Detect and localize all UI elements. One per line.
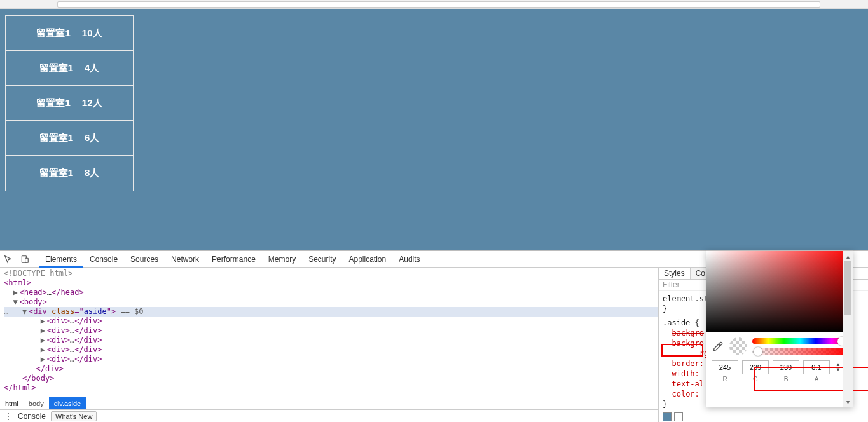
selected-marker: == $0 <box>116 307 143 316</box>
tab-network[interactable]: Network <box>165 251 205 267</box>
tab-application[interactable]: Application <box>343 251 393 267</box>
dom-attr: class <box>52 307 74 316</box>
crumb-label: div.aside <box>54 400 81 407</box>
tab-label: Co <box>696 269 705 278</box>
css-prop[interactable]: color: <box>672 390 699 398</box>
aside-item-label: 留置室1 <box>39 167 73 179</box>
dom-node[interactable]: <div> <box>47 345 70 354</box>
format-stepper[interactable]: ▲▼ <box>834 362 843 372</box>
dom-node-close: </html> <box>4 383 36 392</box>
color-picker[interactable]: ▲▼ R G B A ▴ ▾ <box>706 250 853 407</box>
whats-new-tab[interactable]: What's New <box>51 411 97 421</box>
dom-attr-value: aside <box>84 307 107 316</box>
scroll-down-icon[interactable]: ▾ <box>843 397 853 407</box>
filter-placeholder: Filter <box>663 280 680 289</box>
separator <box>36 254 36 264</box>
device-toggle-icon[interactable] <box>17 251 33 267</box>
tab-memory[interactable]: Memory <box>262 251 302 267</box>
console-drawer: ⋮ Console What's New <box>0 409 658 422</box>
label-r: R <box>712 376 738 383</box>
tab-label: Memory <box>268 255 296 264</box>
aside-item-count: 12人 <box>82 97 102 109</box>
label-a: A <box>803 376 830 383</box>
tab-label: Security <box>308 255 336 264</box>
aside-item-count: 10人 <box>82 27 102 39</box>
picker-scrollbar[interactable]: ▴ ▾ <box>843 251 853 407</box>
crumb-selected[interactable]: div.aside <box>49 397 86 409</box>
aside-item-count: 6人 <box>85 132 99 144</box>
annotation-highlight <box>661 344 703 357</box>
tab-label: Elements <box>45 255 77 264</box>
alpha-slider[interactable] <box>752 348 848 355</box>
ellipsis: … <box>47 288 52 297</box>
aside-item-label: 留置室1 <box>36 97 70 109</box>
tab-label: Styles <box>664 269 685 278</box>
tab-console[interactable]: Console <box>83 251 124 267</box>
css-prop[interactable]: text-al <box>672 379 704 388</box>
dom-node-close: </div> <box>74 355 102 364</box>
tab-elements[interactable]: Elements <box>39 251 83 267</box>
dom-node[interactable]: <body> <box>19 297 46 306</box>
r-input[interactable] <box>712 360 738 374</box>
css-prop[interactable]: backgro <box>672 329 704 337</box>
eyedropper-icon[interactable] <box>712 340 724 353</box>
scroll-thumb[interactable] <box>844 261 851 315</box>
aside-item-label: 留置室1 <box>36 27 70 39</box>
css-prop[interactable]: border: <box>672 359 704 368</box>
drawer-menu-icon[interactable]: ⋮ <box>4 411 13 421</box>
aside-item[interactable]: 留置室1 12人 <box>6 86 133 121</box>
tab-styles[interactable]: Styles <box>659 268 691 279</box>
svg-rect-1 <box>25 258 29 262</box>
dom-node-close: </body> <box>22 374 55 383</box>
crumb-body[interactable]: body <box>24 397 49 409</box>
page-viewport: 留置室1 10人 留置室1 4人 留置室1 12人 留置室1 6人 留置室1 8… <box>0 9 868 250</box>
tab-label: Audits <box>399 255 420 264</box>
dom-node-close: </div> <box>36 364 64 373</box>
aside-item-count: 4人 <box>85 62 99 74</box>
dom-tree[interactable]: <!DOCTYPE html> <html> ▶<head>…</head> ▼… <box>0 268 658 397</box>
aside-item[interactable]: 留置室1 6人 <box>6 121 133 156</box>
css-brace: } <box>663 400 667 409</box>
sv-plane[interactable] <box>706 251 853 332</box>
css-prop[interactable]: width: <box>672 369 699 378</box>
a-input[interactable] <box>803 360 830 374</box>
color-labels: R G B A <box>706 376 853 385</box>
dom-node[interactable]: <div <box>29 307 52 316</box>
g-input[interactable] <box>742 360 769 374</box>
inspect-icon[interactable] <box>0 251 17 267</box>
tab-sources[interactable]: Sources <box>124 251 165 267</box>
dom-node[interactable]: <div> <box>47 326 70 335</box>
aside-item[interactable]: 留置室1 8人 <box>6 156 133 191</box>
swatch[interactable] <box>663 412 672 421</box>
dom-node[interactable]: <head> <box>19 288 46 297</box>
css-brace: } <box>663 304 667 313</box>
css-selector: .aside { <box>663 318 699 327</box>
label-g: G <box>742 376 769 383</box>
label-b: B <box>773 376 799 383</box>
dom-node[interactable]: <html> <box>4 278 31 287</box>
dom-node[interactable]: <div> <box>47 316 70 325</box>
scroll-up-icon[interactable]: ▴ <box>843 251 853 261</box>
drawer-console-label[interactable]: Console <box>18 412 46 421</box>
b-input[interactable] <box>773 360 799 374</box>
tab-security[interactable]: Security <box>302 251 342 267</box>
slider-thumb[interactable] <box>754 347 762 356</box>
dom-node[interactable]: <div> <box>47 336 70 344</box>
dom-node-close: </div> <box>74 326 102 335</box>
url-input[interactable] <box>57 1 820 8</box>
aside-item[interactable]: 留置室1 10人 <box>6 16 133 51</box>
crumb-html[interactable]: html <box>0 397 24 409</box>
swatch[interactable] <box>674 412 683 421</box>
dom-breadcrumb: html body div.aside <box>0 397 658 409</box>
aside-item-label: 留置室1 <box>39 62 73 74</box>
tab-performance[interactable]: Performance <box>205 251 262 267</box>
tab-label: Console <box>90 255 118 264</box>
aside-item-label: 留置室1 <box>39 132 73 144</box>
tab-label: Sources <box>130 255 158 264</box>
css-selector: element.st <box>663 294 708 303</box>
browser-address-bar <box>0 0 868 9</box>
hue-slider[interactable] <box>752 338 848 344</box>
dom-node[interactable]: <div> <box>47 355 70 364</box>
aside-item[interactable]: 留置室1 4人 <box>6 51 133 86</box>
tab-audits[interactable]: Audits <box>392 251 426 267</box>
